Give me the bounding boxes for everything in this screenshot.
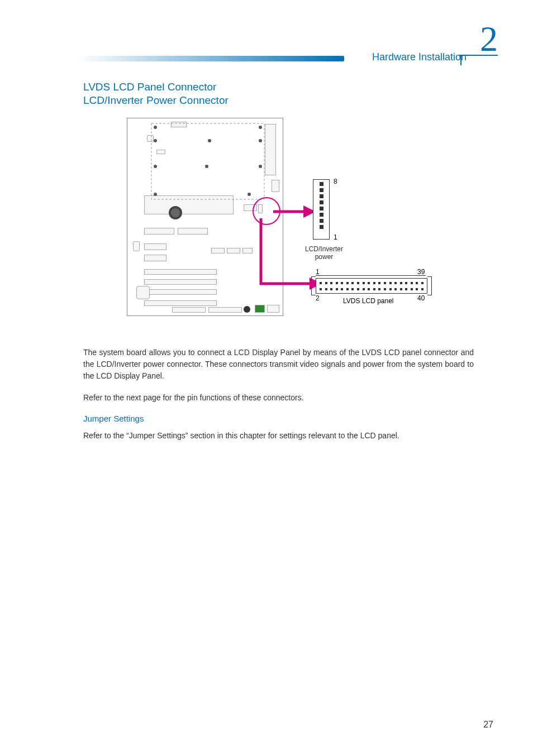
svg-point-11 bbox=[259, 165, 262, 168]
svg-point-10 bbox=[205, 165, 208, 168]
lvds-top-rule bbox=[316, 275, 426, 276]
connector-diagram: 8 1 LCD/Inverter power 1 39 2 bbox=[127, 118, 473, 336]
lcd-inverter-label: LCD/Inverter power bbox=[302, 245, 346, 261]
section-title-line-2: LCD/Inverter Power Connector bbox=[83, 94, 474, 107]
svg-rect-3 bbox=[151, 123, 264, 199]
svg-point-12 bbox=[154, 193, 157, 196]
lcd-inverter-connector bbox=[313, 179, 330, 240]
page-content: LVDS LCD Panel Connector LCD/Inverter Po… bbox=[83, 81, 474, 452]
header-gradient-bar bbox=[78, 56, 344, 61]
paragraph-2: Refer to the next page for the pin funct… bbox=[83, 392, 474, 404]
paragraph-1: The system board allows you to connect a… bbox=[83, 347, 474, 382]
header-rule-vert bbox=[460, 56, 461, 65]
lvds-label: LVDS LCD panel bbox=[343, 297, 394, 305]
page-number: 27 bbox=[483, 720, 493, 730]
lvds-pin-1: 1 bbox=[316, 268, 320, 276]
lvds-bracket-left bbox=[311, 276, 316, 295]
paragraph-3: Refer to the “Jumper Settings” section i… bbox=[83, 430, 474, 442]
lvds-pin-39: 39 bbox=[417, 268, 425, 276]
svg-point-8 bbox=[259, 139, 262, 142]
subsection-jumper-settings: Jumper Settings bbox=[83, 414, 474, 423]
page-header: Hardware Installation 2 bbox=[78, 21, 498, 60]
svg-point-1 bbox=[171, 208, 180, 217]
chapter-number: 2 bbox=[480, 21, 498, 57]
svg-point-13 bbox=[248, 193, 251, 196]
lvds-connector bbox=[316, 278, 427, 294]
svg-point-2 bbox=[244, 306, 250, 313]
lcd-inverter-pin-1: 1 bbox=[334, 233, 337, 241]
lvds-bracket-right bbox=[427, 276, 432, 295]
svg-point-7 bbox=[208, 139, 211, 142]
section-title-line-1: LVDS LCD Panel Connector bbox=[83, 81, 474, 93]
svg-point-9 bbox=[154, 165, 157, 168]
lvds-pin-2: 2 bbox=[316, 294, 320, 302]
svg-point-4 bbox=[154, 126, 157, 129]
lvds-pin-40: 40 bbox=[417, 294, 425, 302]
svg-point-6 bbox=[154, 139, 157, 142]
svg-point-5 bbox=[259, 126, 262, 129]
chapter-title: Hardware Installation bbox=[372, 51, 467, 63]
arrow-to-lcd-inverter bbox=[273, 202, 318, 224]
lcd-inverter-pin-8: 8 bbox=[334, 178, 337, 185]
